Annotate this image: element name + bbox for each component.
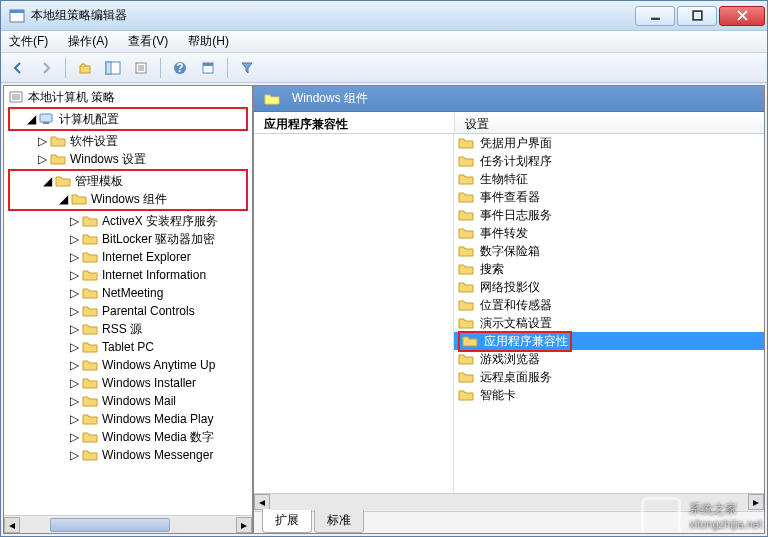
list-item-label: 搜索	[480, 261, 504, 278]
list-item[interactable]: 搜索	[454, 260, 764, 278]
tree-item[interactable]: ▷Internet Explorer	[6, 248, 250, 266]
forward-button[interactable]	[35, 57, 57, 79]
expander-open-icon[interactable]: ◢	[25, 113, 37, 125]
up-button[interactable]	[74, 57, 96, 79]
expander-closed-icon[interactable]: ▷	[68, 251, 80, 263]
expander-closed-icon[interactable]: ▷	[68, 269, 80, 281]
tree-item[interactable]: ▷Windows Anytime Up	[6, 356, 250, 374]
list-item-label: 应用程序兼容性	[484, 333, 568, 350]
list-item[interactable]: 任务计划程序	[454, 152, 764, 170]
settings-column-header[interactable]: 设置	[454, 112, 764, 133]
list-item[interactable]: 智能卡	[454, 386, 764, 404]
tree-item[interactable]: ▷ActiveX 安装程序服务	[6, 212, 250, 230]
tree-item[interactable]: ▷Tablet PC	[6, 338, 250, 356]
expander-closed-icon[interactable]: ▷	[68, 323, 80, 335]
tree-item[interactable]: ▷Windows Media 数字	[6, 428, 250, 446]
tree-item[interactable]: ▷Parental Controls	[6, 302, 250, 320]
tree-item-label: Windows Messenger	[102, 448, 213, 462]
expander-open-icon[interactable]: ◢	[57, 193, 69, 205]
tree-item[interactable]: ▷NetMeeting	[6, 284, 250, 302]
expander-closed-icon[interactable]: ▷	[68, 449, 80, 461]
tree-windows-settings[interactable]: ▷ Windows 设置	[6, 150, 250, 168]
close-button[interactable]	[719, 6, 765, 26]
folder-icon	[82, 214, 98, 228]
expander-closed-icon[interactable]: ▷	[68, 395, 80, 407]
tree-item-label: RSS 源	[102, 321, 142, 338]
list-item[interactable]: 远程桌面服务	[454, 368, 764, 386]
menu-help[interactable]: 帮助(H)	[184, 31, 233, 52]
show-hide-tree-button[interactable]	[102, 57, 124, 79]
tree-body[interactable]: 本地计算机 策略 ◢ 计算机配置 ▷ 软件设置 ▷	[4, 86, 252, 515]
tree-horizontal-scrollbar[interactable]: ◂ ▸	[4, 515, 252, 533]
list-item[interactable]: 数字保险箱	[454, 242, 764, 260]
expander-closed-icon[interactable]: ▷	[68, 341, 80, 353]
tree-windows-components[interactable]: ◢ Windows 组件	[11, 190, 245, 208]
tree-software-settings[interactable]: ▷ 软件设置	[6, 132, 250, 150]
list-item[interactable]: 生物特征	[454, 170, 764, 188]
expander-closed-icon[interactable]: ▷	[68, 305, 80, 317]
scroll-thumb[interactable]	[50, 518, 170, 532]
list-item[interactable]: 网络投影仪	[454, 278, 764, 296]
back-button[interactable]	[7, 57, 29, 79]
filter-button[interactable]	[236, 57, 258, 79]
tree-item[interactable]: ▷Internet Information	[6, 266, 250, 284]
expander-closed-icon[interactable]: ▷	[68, 413, 80, 425]
expander-closed-icon[interactable]: ▷	[68, 287, 80, 299]
toolbar: ?	[1, 53, 767, 83]
tree-item[interactable]: ▷Windows Mail	[6, 392, 250, 410]
list-item[interactable]: 游戏浏览器	[454, 350, 764, 368]
list-item[interactable]: 事件日志服务	[454, 206, 764, 224]
menu-file[interactable]: 文件(F)	[5, 31, 52, 52]
scroll-right-button[interactable]: ▸	[748, 494, 764, 510]
folder-icon	[82, 394, 98, 408]
scroll-right-button[interactable]: ▸	[236, 517, 252, 533]
scroll-left-button[interactable]: ◂	[4, 517, 20, 533]
folder-icon	[458, 262, 474, 276]
list-item[interactable]: 凭据用户界面	[454, 134, 764, 152]
details-horizontal-scrollbar[interactable]: ◂ ▸	[254, 493, 764, 511]
tree-item[interactable]: ▷Windows Media Play	[6, 410, 250, 428]
expander-closed-icon[interactable]: ▷	[36, 135, 48, 147]
tree-item[interactable]: ▷BitLocker 驱动器加密	[6, 230, 250, 248]
tree-computer-config[interactable]: ◢ 计算机配置	[11, 110, 245, 128]
help-button[interactable]: ?	[169, 57, 191, 79]
tab-standard[interactable]: 标准	[314, 509, 364, 533]
expander-closed-icon[interactable]: ▷	[68, 377, 80, 389]
scroll-left-button[interactable]: ◂	[254, 494, 270, 510]
expander-closed-icon[interactable]: ▷	[68, 233, 80, 245]
expander-closed-icon[interactable]: ▷	[36, 153, 48, 165]
scroll-track[interactable]	[270, 494, 748, 510]
expander-closed-icon[interactable]: ▷	[68, 215, 80, 227]
properties-button[interactable]	[130, 57, 152, 79]
tree-item[interactable]: ▷RSS 源	[6, 320, 250, 338]
export-button[interactable]	[197, 57, 219, 79]
list-item[interactable]: 演示文稿设置	[454, 314, 764, 332]
expander-closed-icon[interactable]: ▷	[68, 359, 80, 371]
maximize-button[interactable]	[677, 6, 717, 26]
expander-closed-icon[interactable]: ▷	[68, 431, 80, 443]
folder-icon	[82, 358, 98, 372]
list-item[interactable]: 事件转发	[454, 224, 764, 242]
svg-rect-8	[106, 62, 111, 74]
app-icon	[9, 8, 25, 24]
list-item[interactable]: 位置和传感器	[454, 296, 764, 314]
list-item-label: 网络投影仪	[480, 279, 540, 296]
list-item[interactable]: 应用程序兼容性	[454, 332, 764, 350]
tree-root[interactable]: 本地计算机 策略	[6, 88, 250, 106]
folder-icon	[458, 136, 474, 150]
expander-open-icon[interactable]: ◢	[41, 175, 53, 187]
svg-rect-16	[203, 63, 213, 66]
tree-software-settings-label: 软件设置	[70, 133, 118, 150]
minimize-button[interactable]	[635, 6, 675, 26]
menu-view[interactable]: 查看(V)	[124, 31, 172, 52]
scroll-track[interactable]	[20, 517, 236, 533]
list-item-label: 演示文稿设置	[480, 315, 552, 332]
list-item[interactable]: 事件查看器	[454, 188, 764, 206]
folder-icon	[82, 268, 98, 282]
tab-extended[interactable]: 扩展	[262, 509, 312, 533]
tree-item[interactable]: ▷Windows Messenger	[6, 446, 250, 464]
tree-admin-templates[interactable]: ◢ 管理模板	[11, 172, 245, 190]
settings-list[interactable]: 凭据用户界面任务计划程序生物特征事件查看器事件日志服务事件转发数字保险箱搜索网络…	[454, 134, 764, 493]
menu-action[interactable]: 操作(A)	[64, 31, 112, 52]
tree-item[interactable]: ▷Windows Installer	[6, 374, 250, 392]
